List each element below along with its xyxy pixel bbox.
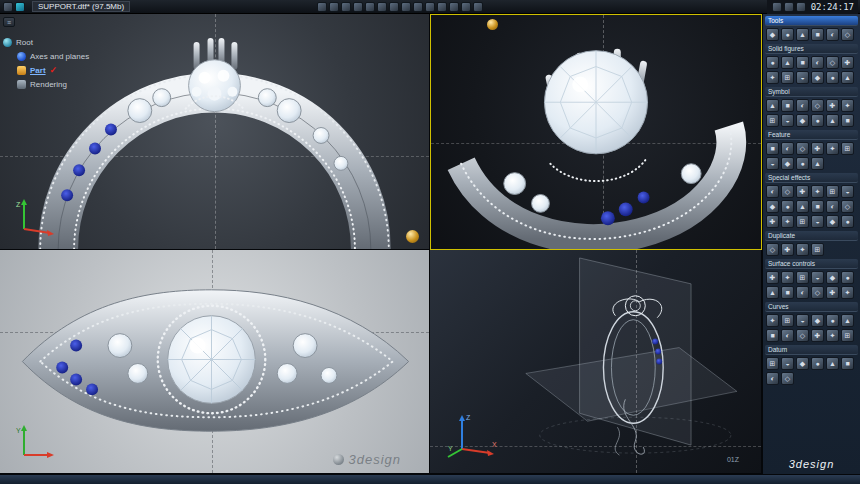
special-effects-tool-icon[interactable]: ● bbox=[841, 215, 854, 228]
curves-tool-icon[interactable]: ◆ bbox=[811, 314, 824, 327]
curves-tool-icon[interactable]: ⊞ bbox=[841, 329, 854, 342]
solid-figures-tool-icon[interactable]: ▲ bbox=[781, 56, 794, 69]
feature-tool-icon[interactable]: ● bbox=[796, 157, 809, 170]
surface-controls-tool-icon[interactable]: ◒ bbox=[811, 271, 824, 284]
section-header-solid-figures[interactable]: Solid figures bbox=[765, 44, 858, 54]
special-effects-tool-icon[interactable]: ◆ bbox=[826, 215, 839, 228]
tree-item-part[interactable]: Part✓ bbox=[3, 63, 129, 77]
viewport-layout-icon[interactable] bbox=[317, 2, 327, 12]
tools-tool-icon[interactable]: ◇ bbox=[841, 28, 854, 41]
special-effects-tool-icon[interactable]: ◐ bbox=[766, 185, 779, 198]
solid-figures-tool-icon[interactable]: ● bbox=[826, 71, 839, 84]
solid-figures-tool-icon[interactable]: ■ bbox=[796, 56, 809, 69]
measure-icon[interactable] bbox=[401, 2, 411, 12]
solid-figures-tool-icon[interactable]: ◐ bbox=[811, 56, 824, 69]
feature-tool-icon[interactable]: ■ bbox=[766, 142, 779, 155]
special-effects-tool-icon[interactable]: ✚ bbox=[766, 215, 779, 228]
viewport-perspective[interactable] bbox=[430, 14, 762, 250]
symbol-tool-icon[interactable]: ■ bbox=[841, 114, 854, 127]
special-effects-tool-icon[interactable]: ◒ bbox=[841, 185, 854, 198]
special-effects-tool-icon[interactable]: ⊞ bbox=[826, 185, 839, 198]
special-effects-tool-icon[interactable]: ⊞ bbox=[796, 215, 809, 228]
wireframe-view-icon[interactable] bbox=[341, 2, 351, 12]
symbol-tool-icon[interactable]: ◒ bbox=[781, 114, 794, 127]
tree-item-rendering[interactable]: Rendering bbox=[3, 77, 129, 91]
solid-figures-tool-icon[interactable]: ⊞ bbox=[781, 71, 794, 84]
duplicate-tool-icon[interactable]: ✦ bbox=[796, 243, 809, 256]
solid-figures-tool-icon[interactable]: ✚ bbox=[841, 56, 854, 69]
material-preview-gold[interactable] bbox=[406, 230, 419, 243]
tools-tool-icon[interactable]: ▲ bbox=[796, 28, 809, 41]
special-effects-tool-icon[interactable]: ■ bbox=[811, 200, 824, 213]
layers-icon[interactable] bbox=[461, 2, 471, 12]
solid-figures-tool-icon[interactable]: ◒ bbox=[796, 71, 809, 84]
curves-tool-icon[interactable]: ✚ bbox=[811, 329, 824, 342]
symbol-tool-icon[interactable]: ⊞ bbox=[766, 114, 779, 127]
special-effects-tool-icon[interactable]: ✦ bbox=[781, 215, 794, 228]
surface-controls-tool-icon[interactable]: ⊞ bbox=[796, 271, 809, 284]
duplicate-tool-icon[interactable]: ◇ bbox=[766, 243, 779, 256]
curves-tool-icon[interactable]: ▲ bbox=[841, 314, 854, 327]
special-effects-tool-icon[interactable]: ◆ bbox=[766, 200, 779, 213]
settings-icon[interactable] bbox=[473, 2, 483, 12]
curves-tool-icon[interactable]: ✦ bbox=[826, 329, 839, 342]
duplicate-tool-icon[interactable]: ✚ bbox=[781, 243, 794, 256]
curves-tool-icon[interactable]: ◐ bbox=[781, 329, 794, 342]
feature-tool-icon[interactable]: ⊞ bbox=[841, 142, 854, 155]
surface-controls-tool-icon[interactable]: ✦ bbox=[781, 271, 794, 284]
datum-tool-icon[interactable]: ■ bbox=[841, 357, 854, 370]
surface-controls-tool-icon[interactable]: ◐ bbox=[796, 286, 809, 299]
duplicate-tool-icon[interactable]: ⊞ bbox=[811, 243, 824, 256]
camera-icon[interactable] bbox=[353, 2, 363, 12]
section-header-tools[interactable]: Tools bbox=[765, 16, 858, 26]
surface-controls-tool-icon[interactable]: ■ bbox=[781, 286, 794, 299]
section-header-surface-controls[interactable]: Surface controls bbox=[765, 259, 858, 269]
menu-grid-icon[interactable] bbox=[3, 2, 13, 12]
section-header-feature[interactable]: Feature bbox=[765, 130, 858, 140]
render-icon[interactable] bbox=[365, 2, 375, 12]
tools-tool-icon[interactable]: ◆ bbox=[766, 28, 779, 41]
special-effects-tool-icon[interactable]: ● bbox=[781, 200, 794, 213]
tools-tool-icon[interactable]: ◐ bbox=[826, 28, 839, 41]
section-header-datum[interactable]: Datum bbox=[765, 345, 858, 355]
symbol-tool-icon[interactable]: ▲ bbox=[826, 114, 839, 127]
tree-item-root[interactable]: Root bbox=[3, 35, 129, 49]
feature-tool-icon[interactable]: ▲ bbox=[811, 157, 824, 170]
surface-controls-tool-icon[interactable]: ● bbox=[841, 271, 854, 284]
datum-tool-icon[interactable]: ◒ bbox=[781, 357, 794, 370]
surface-controls-tool-icon[interactable]: ▲ bbox=[766, 286, 779, 299]
datum-tool-icon[interactable]: ◐ bbox=[766, 372, 779, 385]
curves-tool-icon[interactable]: ◇ bbox=[796, 329, 809, 342]
app-cube-icon[interactable] bbox=[15, 2, 25, 12]
symbol-tool-icon[interactable]: ▲ bbox=[766, 99, 779, 112]
undo-icon[interactable] bbox=[437, 2, 447, 12]
special-effects-tool-icon[interactable]: ◒ bbox=[811, 215, 824, 228]
panel-toggle-icon[interactable] bbox=[772, 2, 782, 12]
section-header-special-effects[interactable]: Special effects bbox=[765, 173, 858, 183]
light-icon[interactable] bbox=[389, 2, 399, 12]
surface-controls-tool-icon[interactable]: ◇ bbox=[811, 286, 824, 299]
screen-capture-icon[interactable] bbox=[784, 2, 794, 12]
tree-item-axes-and-planes[interactable]: Axes and planes bbox=[3, 49, 129, 63]
datum-tool-icon[interactable]: ⊞ bbox=[766, 357, 779, 370]
material-preview-gold[interactable] bbox=[487, 19, 498, 30]
shaded-view-icon[interactable] bbox=[329, 2, 339, 12]
tree-menu-icon[interactable]: ≡ bbox=[3, 17, 15, 27]
solid-figures-tool-icon[interactable]: ◇ bbox=[826, 56, 839, 69]
special-effects-tool-icon[interactable]: ✚ bbox=[796, 185, 809, 198]
special-effects-tool-icon[interactable]: ▲ bbox=[796, 200, 809, 213]
solid-figures-tool-icon[interactable]: ▲ bbox=[841, 71, 854, 84]
viewport-construction[interactable]: Z X Y 01Z bbox=[430, 250, 762, 474]
feature-tool-icon[interactable]: ✚ bbox=[811, 142, 824, 155]
feature-tool-icon[interactable]: ◆ bbox=[781, 157, 794, 170]
solid-figures-tool-icon[interactable]: ✦ bbox=[766, 71, 779, 84]
material-icon[interactable] bbox=[377, 2, 387, 12]
section-header-symbol[interactable]: Symbol bbox=[765, 87, 858, 97]
section-header-curves[interactable]: Curves bbox=[765, 302, 858, 312]
datum-tool-icon[interactable]: ◇ bbox=[781, 372, 794, 385]
section-header-duplicate[interactable]: Duplicate bbox=[765, 231, 858, 241]
curves-tool-icon[interactable]: ✦ bbox=[766, 314, 779, 327]
grid-snap-icon[interactable] bbox=[413, 2, 423, 12]
symbol-tool-icon[interactable]: ◆ bbox=[796, 114, 809, 127]
curves-tool-icon[interactable]: ⊞ bbox=[781, 314, 794, 327]
